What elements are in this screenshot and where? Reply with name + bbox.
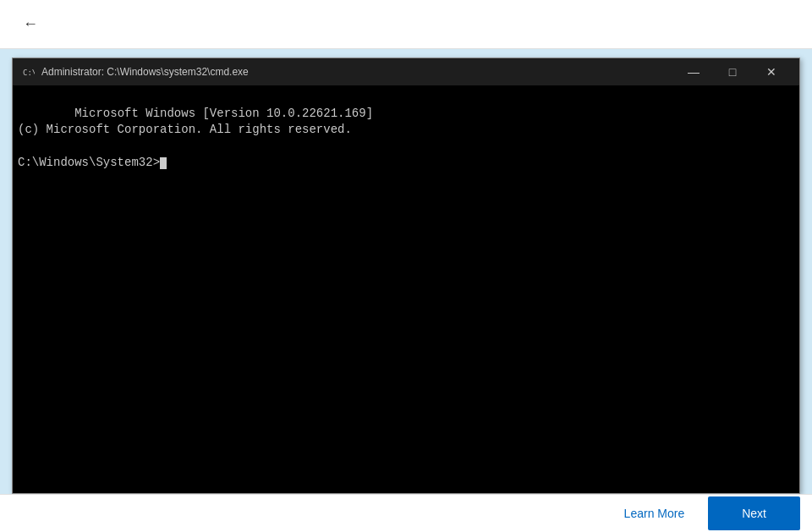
cmd-maximize-button[interactable]: □ [713,58,752,85]
cmd-title-text: Administrator: C:\Windows\system32\cmd.e… [41,66,674,78]
cmd-line1: Microsoft Windows [Version 10.0.22621.16… [74,107,373,120]
cmd-minimize-button[interactable]: — [674,58,713,85]
next-button[interactable]: Next [708,496,800,530]
back-button[interactable]: ← [15,9,46,40]
cmd-controls: — □ ✕ [674,58,791,85]
cmd-window: C:\ Administrator: C:\Windows\system32\c… [12,58,800,494]
cmd-prompt: C:\Windows\System32> [18,156,160,169]
bottom-bar: Learn More Next [0,494,812,532]
learn-more-button[interactable]: Learn More [601,496,709,530]
cmd-cursor [160,157,167,169]
cmd-close-button[interactable]: ✕ [752,58,791,85]
top-bar: ← [0,0,812,49]
svg-text:C:\: C:\ [23,69,35,77]
main-content: C:\ Administrator: C:\Windows\system32\c… [0,49,812,494]
cmd-titlebar: C:\ Administrator: C:\Windows\system32\c… [13,58,799,85]
cmd-body[interactable]: Microsoft Windows [Version 10.0.22621.16… [13,85,799,493]
cmd-output: Microsoft Windows [Version 10.0.22621.16… [18,89,794,189]
cmd-line2: (c) Microsoft Corporation. All rights re… [18,123,352,136]
back-icon: ← [23,15,38,33]
cmd-icon: C:\ [21,65,35,79]
